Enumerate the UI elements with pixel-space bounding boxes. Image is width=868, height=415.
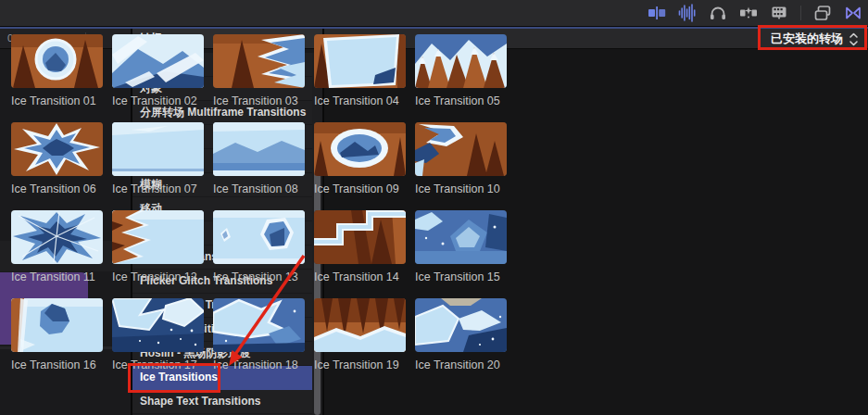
transition-cell: Ice Transition 05 — [415, 34, 507, 107]
headphones-icon[interactable] — [709, 4, 727, 22]
transition-label: Ice Transition 13 — [213, 270, 305, 283]
transition-label: Ice Transition 14 — [314, 270, 406, 283]
toolbar-separator — [800, 6, 801, 20]
transition-label: Ice Transition 19 — [314, 358, 406, 371]
transition-cell: Ice Transition 10 — [415, 122, 507, 195]
transition-cell: Ice Transition 03 — [213, 34, 305, 107]
audio-meters-icon[interactable] — [678, 4, 697, 22]
transition-label: Ice Transition 11 — [11, 270, 103, 283]
transition-label: Ice Transition 17 — [112, 358, 204, 371]
photos-browser-icon[interactable] — [813, 4, 832, 22]
transitions-browser-icon[interactable] — [844, 4, 862, 22]
transition-thumbnail[interactable] — [415, 210, 507, 264]
transition-label: Ice Transition 06 — [11, 182, 103, 195]
chevron-updown-icon — [849, 32, 859, 46]
transition-label: Ice Transition 03 — [213, 94, 305, 107]
transition-cell: Ice Transition 18 — [213, 298, 305, 371]
transition-thumbnail[interactable] — [213, 122, 305, 176]
transition-cell: Ice Transition 17 — [112, 298, 204, 371]
transition-label: Ice Transition 08 — [213, 182, 305, 195]
app-window: 00:00:16:00 转场 叠化对象分屏转场 Multiframe Trans… — [0, 0, 868, 415]
transition-thumbnail[interactable] — [112, 34, 204, 88]
transition-cell: Ice Transition 20 — [415, 298, 507, 371]
transition-label: Ice Transition 12 — [112, 270, 204, 283]
transition-label: Ice Transition 04 — [314, 94, 406, 107]
transition-cell: Ice Transition 08 — [213, 122, 305, 195]
transition-thumbnail[interactable] — [314, 122, 406, 176]
transition-label: Ice Transition 15 — [415, 270, 507, 283]
transitions-grid: Ice Transition 01Ice Transition 02Ice Tr… — [11, 34, 507, 371]
transition-cell: Ice Transition 12 — [112, 210, 204, 283]
transition-cell: Ice Transition 11 — [11, 210, 103, 283]
toolbar-icons — [648, 0, 862, 26]
sidebar-item-shape-text-transitions[interactable]: Shape Text Transitions — [132, 390, 312, 414]
transition-thumbnail[interactable] — [213, 298, 305, 352]
transition-cell: Ice Transition 07 — [112, 122, 204, 195]
media-browser-icon[interactable] — [770, 4, 788, 22]
transition-thumbnail[interactable] — [314, 34, 406, 88]
effects-browser-icon[interactable] — [739, 4, 758, 22]
transition-cell: Ice Transition 14 — [314, 210, 406, 283]
installed-transitions-dropdown[interactable]: 已安装的转场 — [771, 29, 859, 49]
transition-thumbnail[interactable] — [112, 210, 204, 264]
timeline-index-icon[interactable] — [648, 4, 666, 22]
transition-thumbnail[interactable] — [112, 298, 204, 352]
transition-thumbnail[interactable] — [213, 210, 305, 264]
transition-thumbnail[interactable] — [11, 34, 103, 88]
transition-thumbnail[interactable] — [11, 210, 103, 264]
transition-label: Ice Transition 10 — [415, 182, 507, 195]
transition-label: Ice Transition 20 — [415, 358, 507, 371]
transition-thumbnail[interactable] — [415, 298, 507, 352]
transition-cell: Ice Transition 01 — [11, 34, 103, 107]
transition-label: Ice Transition 09 — [314, 182, 406, 195]
transition-thumbnail[interactable] — [11, 298, 103, 352]
transition-label: Ice Transition 05 — [415, 94, 507, 107]
transition-cell: Ice Transition 16 — [11, 298, 103, 371]
transition-thumbnail[interactable] — [213, 34, 305, 88]
toolbar — [0, 0, 868, 27]
transition-thumbnail[interactable] — [415, 122, 507, 176]
transition-thumbnail[interactable] — [314, 298, 406, 352]
transition-cell: Ice Transition 13 — [213, 210, 305, 283]
transition-cell: Ice Transition 15 — [415, 210, 507, 283]
transition-cell: Ice Transition 04 — [314, 34, 406, 107]
transition-cell: Ice Transition 09 — [314, 122, 406, 195]
transition-label: Ice Transition 01 — [11, 94, 103, 107]
transition-cell: Ice Transition 02 — [112, 34, 204, 107]
transition-cell: Ice Transition 06 — [11, 122, 103, 195]
transition-cell: Ice Transition 19 — [314, 298, 406, 371]
dropdown-label: 已安装的转场 — [771, 31, 843, 47]
transition-label: Ice Transition 07 — [112, 182, 204, 195]
transition-label: Ice Transition 02 — [112, 94, 204, 107]
transition-thumbnail[interactable] — [112, 122, 204, 176]
transition-thumbnail[interactable] — [11, 122, 103, 176]
transition-thumbnail[interactable] — [314, 210, 406, 264]
transition-label: Ice Transition 16 — [11, 358, 103, 371]
transition-thumbnail[interactable] — [415, 34, 507, 88]
transition-label: Ice Transition 18 — [213, 358, 305, 371]
